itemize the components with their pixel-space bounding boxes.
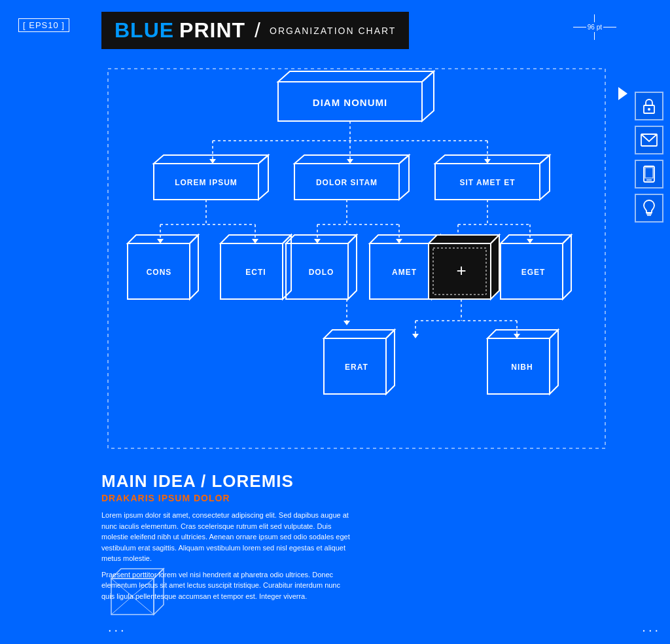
mail-icon[interactable]: [635, 126, 663, 154]
svg-marker-22: [258, 155, 268, 200]
svg-marker-93: [154, 569, 164, 615]
svg-text:NIBH: NIBH: [511, 363, 533, 372]
title-blue: BLUE: [115, 18, 174, 43]
svg-marker-88: [487, 330, 558, 338]
svg-text:DOLO: DOLO: [309, 268, 334, 277]
title-white: PRINT: [179, 18, 245, 43]
svg-text:LOREM IPSUM: LOREM IPSUM: [175, 178, 238, 187]
slash: /: [255, 18, 260, 43]
svg-rect-5: [645, 168, 653, 178]
svg-marker-82: [514, 334, 520, 338]
svg-text:SIT AMET ET: SIT AMET ET: [459, 178, 515, 187]
svg-text:EGET: EGET: [521, 268, 546, 277]
bottom-dots-left: ...: [108, 620, 127, 635]
svg-marker-76: [344, 321, 350, 325]
svg-marker-67: [429, 235, 499, 243]
bottom-wireframe-box: [101, 559, 167, 624]
svg-line-94: [111, 579, 132, 596]
lightbulb-icon[interactable]: [635, 194, 663, 223]
chart-subtitle: ORGANIZATION CHART: [270, 26, 396, 36]
svg-marker-30: [540, 155, 550, 200]
svg-line-97: [132, 596, 154, 615]
svg-line-95: [132, 579, 154, 596]
svg-marker-60: [348, 235, 357, 299]
svg-marker-41: [314, 239, 321, 243]
svg-line-96: [111, 596, 132, 615]
svg-marker-19: [484, 159, 491, 164]
svg-marker-37: [252, 239, 258, 243]
svg-marker-26: [399, 155, 409, 200]
tablet-icon[interactable]: [635, 160, 663, 188]
svg-marker-68: [491, 235, 499, 299]
svg-text:CONS: CONS: [147, 268, 172, 277]
svg-marker-43: [396, 239, 402, 243]
svg-marker-52: [190, 235, 198, 299]
svg-marker-15: [209, 159, 216, 164]
lock-icon[interactable]: [635, 92, 663, 120]
svg-marker-17: [347, 159, 353, 164]
top-node-label: DIAM NONUMI: [313, 97, 387, 108]
svg-marker-10: [278, 71, 434, 82]
svg-text:ECTI: ECTI: [245, 268, 266, 277]
org-chart-svg: DIAM NONUMI LOREM IPSUM DOLOR SITAM SIT …: [101, 62, 625, 488]
svg-marker-56: [283, 235, 291, 299]
measure-value: 96 pt: [588, 24, 602, 31]
svg-text:AMET: AMET: [392, 268, 417, 277]
measure-annotation: 96 pt: [573, 14, 616, 40]
svg-marker-35: [157, 239, 164, 243]
svg-text:+: +: [456, 260, 466, 280]
header-banner: BLUE PRINT / ORGANIZATION CHART: [101, 12, 409, 49]
body-paragraph-1: Lorem ipsum dolor sit amet, consectetur …: [101, 510, 350, 564]
eps-label: [ EPS10 ]: [18, 18, 69, 32]
svg-marker-29: [435, 155, 550, 164]
svg-marker-84: [324, 330, 395, 338]
main-idea-subtitle: DRAKARIS IPSUM DOLOR: [101, 493, 350, 503]
svg-marker-11: [422, 71, 434, 121]
svg-marker-80: [412, 334, 419, 338]
sidebar-icons: [635, 92, 663, 223]
svg-marker-72: [501, 235, 571, 243]
svg-text:ERAT: ERAT: [345, 363, 368, 372]
svg-marker-59: [286, 235, 357, 243]
bottom-dots-right: ...: [642, 620, 661, 635]
svg-text:DOLOR SITAM: DOLOR SITAM: [316, 178, 378, 187]
svg-marker-73: [563, 235, 571, 299]
main-idea-title: MAIN IDEA / LOREMIS: [101, 471, 350, 492]
svg-marker-49: [527, 239, 533, 243]
svg-marker-85: [386, 330, 395, 394]
svg-marker-89: [550, 330, 558, 394]
svg-point-1: [648, 108, 650, 111]
